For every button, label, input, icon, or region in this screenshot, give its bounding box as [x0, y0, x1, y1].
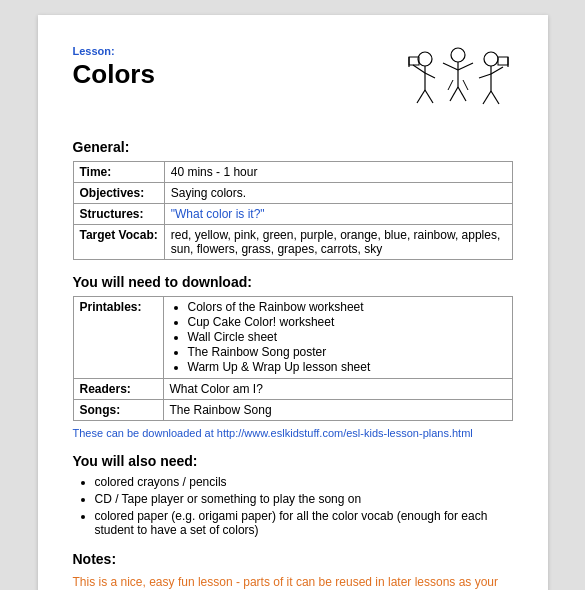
- table-row: Target Vocab: red, yellow, pink, green, …: [73, 225, 512, 260]
- lesson-label: Lesson:: [73, 45, 155, 57]
- svg-line-15: [463, 80, 468, 90]
- header-illustration: [403, 45, 513, 125]
- general-table: Time: 40 mins - 1 hour Objectives: Sayin…: [73, 161, 513, 260]
- structures-value: "What color is it?": [164, 204, 512, 225]
- printables-row: Printables: Colors of the Rainbow worksh…: [73, 297, 512, 379]
- list-item: The Rainbow Song poster: [188, 345, 506, 359]
- list-item: colored paper (e.g. origami paper) for a…: [95, 509, 513, 537]
- download-link[interactable]: These can be downloaded at http://www.es…: [73, 427, 513, 439]
- songs-row: Songs: The Rainbow Song: [73, 400, 512, 421]
- lesson-title: Colors: [73, 59, 155, 90]
- printables-label: Printables:: [73, 297, 163, 379]
- table-row: Time: 40 mins - 1 hour: [73, 162, 512, 183]
- svg-line-21: [491, 91, 499, 104]
- svg-point-16: [484, 52, 498, 66]
- svg-rect-22: [498, 57, 508, 65]
- svg-line-13: [458, 87, 466, 101]
- svg-line-5: [425, 90, 433, 103]
- svg-point-0: [418, 52, 432, 66]
- header-area: Lesson: Colors: [73, 45, 513, 125]
- general-section-title: General:: [73, 139, 513, 155]
- vocab-value: red, yellow, pink, green, purple, orange…: [164, 225, 512, 260]
- svg-line-12: [450, 87, 458, 101]
- list-item: Wall Circle sheet: [188, 330, 506, 344]
- svg-line-14: [448, 80, 453, 90]
- svg-line-3: [425, 73, 435, 78]
- svg-line-10: [443, 63, 458, 70]
- lesson-page: Lesson: Colors: [38, 15, 548, 590]
- structures-label: Structures:: [73, 204, 164, 225]
- svg-line-4: [417, 90, 425, 103]
- notes-text: This is a nice, easy fun lesson - parts …: [73, 573, 513, 590]
- list-item: Cup Cake Color! worksheet: [188, 315, 506, 329]
- printables-value: Colors of the Rainbow worksheet Cup Cake…: [163, 297, 512, 379]
- time-value: 40 mins - 1 hour: [164, 162, 512, 183]
- songs-label: Songs:: [73, 400, 163, 421]
- svg-point-8: [451, 48, 465, 62]
- table-row: Objectives: Saying colors.: [73, 183, 512, 204]
- download-section-title: You will need to download:: [73, 274, 513, 290]
- readers-row: Readers: What Color am I?: [73, 379, 512, 400]
- list-item: colored crayons / pencils: [95, 475, 513, 489]
- readers-label: Readers:: [73, 379, 163, 400]
- list-item: CD / Tape player or something to play th…: [95, 492, 513, 506]
- songs-value: The Rainbow Song: [163, 400, 512, 421]
- svg-line-20: [483, 91, 491, 104]
- vocab-label: Target Vocab:: [73, 225, 164, 260]
- list-item: Warm Up & Wrap Up lesson sheet: [188, 360, 506, 374]
- svg-line-19: [491, 67, 503, 74]
- needs-list: colored crayons / pencils CD / Tape play…: [73, 475, 513, 537]
- objectives-value: Saying colors.: [164, 183, 512, 204]
- header-text: Lesson: Colors: [73, 45, 155, 102]
- svg-line-18: [479, 74, 491, 78]
- download-table: Printables: Colors of the Rainbow worksh…: [73, 296, 513, 421]
- kids-illustration: [403, 45, 513, 125]
- svg-line-11: [458, 63, 473, 70]
- objectives-label: Objectives:: [73, 183, 164, 204]
- readers-value: What Color am I?: [163, 379, 512, 400]
- table-row: Structures: "What color is it?": [73, 204, 512, 225]
- list-item: Colors of the Rainbow worksheet: [188, 300, 506, 314]
- also-need-section-title: You will also need:: [73, 453, 513, 469]
- notes-section-title: Notes:: [73, 551, 513, 567]
- time-label: Time:: [73, 162, 164, 183]
